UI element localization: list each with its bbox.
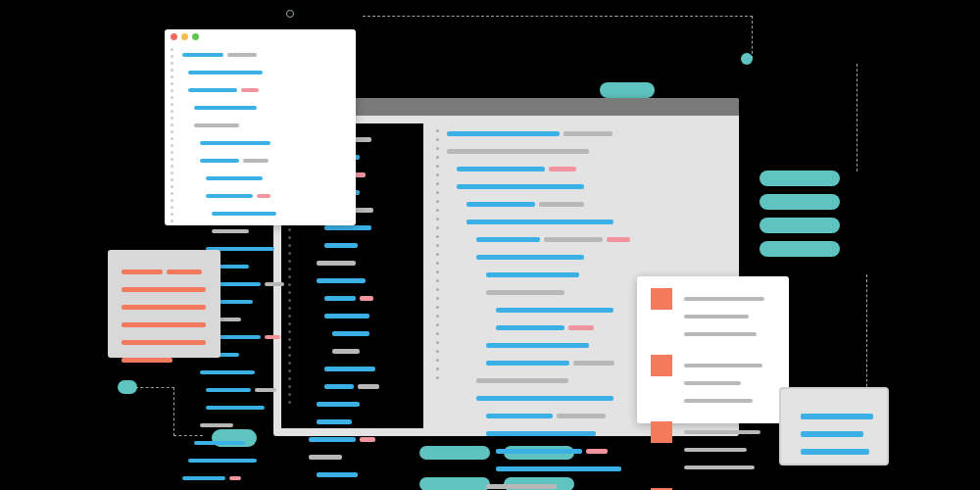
connector-line [363,16,617,17]
list-card [637,276,789,423]
window-traffic-lights [171,33,350,40]
item-thumbnail [651,421,672,443]
item-thumbnail [651,288,672,310]
code-window-small [165,29,356,225]
line-gutter [431,123,445,428]
pill-accent [600,82,655,98]
list-item [651,421,775,474]
connector-line [615,16,753,59]
item-thumbnail [651,355,672,376]
pill-accent [118,380,137,394]
tablet-device [779,387,889,466]
list-item [651,288,775,341]
connector-line [135,387,174,388]
code-snippet-card [108,250,220,358]
list-item [651,355,775,408]
accent-dot [741,53,753,65]
accent-dot-outline [286,10,294,18]
connector-line [838,274,867,402]
connector-line [804,64,858,172]
pill-stack [760,171,840,265]
